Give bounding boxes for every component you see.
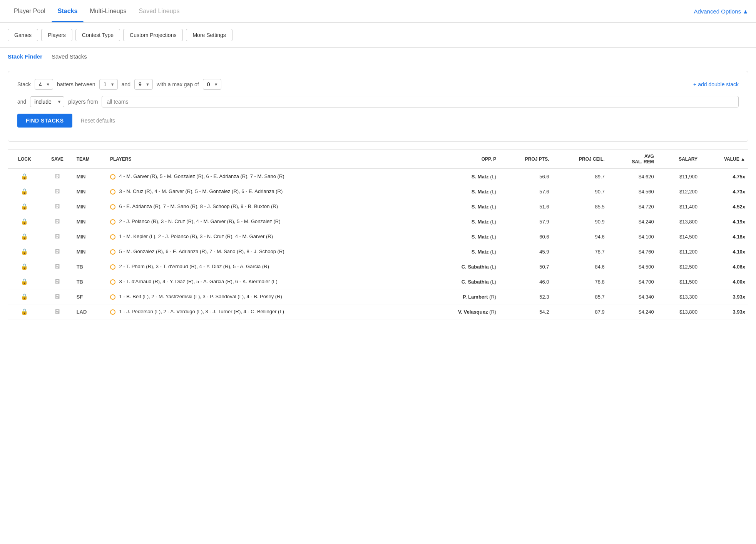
between-min-select[interactable]: 1 xyxy=(99,79,118,90)
tab-more-settings[interactable]: More Settings xyxy=(186,29,232,41)
salary-cell: $11,400 xyxy=(657,199,701,214)
proj-ceil-cell: 90.7 xyxy=(552,184,607,199)
salary-cell: $11,500 xyxy=(657,274,701,289)
opp-cell: P. Lambert (R) xyxy=(422,289,499,304)
value-cell: 4.00x xyxy=(701,274,748,289)
tab-bar: Games Players Contest Type Custom Projec… xyxy=(0,23,756,48)
save-icon: 🖫 xyxy=(55,309,60,315)
circle-indicator xyxy=(110,204,115,210)
between-max-select[interactable]: 9 xyxy=(134,79,153,90)
save-icon: 🖫 xyxy=(55,233,60,240)
tab-custom-projections[interactable]: Custom Projections xyxy=(123,29,183,41)
th-proj-ceil: PROJ CEIL. xyxy=(552,150,607,169)
opp-hand: (L) xyxy=(490,234,496,240)
and-label-1: and xyxy=(122,81,130,87)
lock-cell[interactable]: 🔒 xyxy=(8,274,41,289)
proj-pts-cell: 56.6 xyxy=(499,169,552,184)
opp-hand: (L) xyxy=(490,249,496,255)
advanced-options-btn[interactable]: Advanced Options ▲ xyxy=(694,8,748,15)
lock-cell[interactable]: 🔒 xyxy=(8,304,41,319)
avg-sal-rem-cell: $4,720 xyxy=(608,199,657,214)
find-stacks-btn[interactable]: FIND STACKS xyxy=(17,114,72,128)
opp-name: S. Matz xyxy=(472,204,489,210)
proj-ceil-cell: 89.7 xyxy=(552,169,607,184)
lock-cell[interactable]: 🔒 xyxy=(8,244,41,259)
th-value[interactable]: VALUE ▲ xyxy=(701,150,748,169)
proj-ceil-cell: 78.7 xyxy=(552,244,607,259)
save-cell[interactable]: 🖫 xyxy=(41,214,73,229)
opp-hand: (R) xyxy=(489,309,496,315)
tab-games[interactable]: Games xyxy=(8,29,38,41)
team-label: MIN xyxy=(77,204,86,210)
save-cell[interactable]: 🖫 xyxy=(41,184,73,199)
team-label: MIN xyxy=(77,189,86,195)
tab-players[interactable]: Players xyxy=(41,29,72,41)
table-wrap: LOCK SAVE TEAM PLAYERS OPP. P PROJ PTS. … xyxy=(8,149,748,319)
reset-defaults-btn[interactable]: Reset defaults xyxy=(81,118,115,124)
save-icon: 🖫 xyxy=(55,203,60,210)
opp-name: S. Matz xyxy=(472,234,489,240)
lock-cell[interactable]: 🔒 xyxy=(8,259,41,274)
table-row: 🔒 🖫 MIN 1 - M. Kepler (L), 2 - J. Polanc… xyxy=(8,229,748,244)
save-cell[interactable]: 🖫 xyxy=(41,169,73,184)
save-cell[interactable]: 🖫 xyxy=(41,259,73,274)
avg-sal-rem-cell: $4,560 xyxy=(608,184,657,199)
max-gap-select[interactable]: 0 xyxy=(203,79,221,90)
lock-cell[interactable]: 🔒 xyxy=(8,184,41,199)
lock-icon: 🔒 xyxy=(21,263,28,270)
lock-icon: 🔒 xyxy=(21,203,28,210)
lock-cell[interactable]: 🔒 xyxy=(8,199,41,214)
players-text: 5 - M. Gonzalez (R), 6 - E. Adrianza (R)… xyxy=(119,248,284,254)
value-cell: 4.75x xyxy=(701,169,748,184)
nav-stacks[interactable]: Stacks xyxy=(52,0,84,22)
save-cell[interactable]: 🖫 xyxy=(41,304,73,319)
players-text: 1 - B. Belt (L), 2 - M. Yastrzemski (L),… xyxy=(119,294,282,299)
between-min-wrap: 1 ▼ xyxy=(99,79,118,90)
nav-saved-lineups[interactable]: Saved Lineups xyxy=(133,0,186,22)
save-cell[interactable]: 🖫 xyxy=(41,289,73,304)
nav-player-pool[interactable]: Player Pool xyxy=(8,0,52,22)
lock-cell[interactable]: 🔒 xyxy=(8,214,41,229)
th-salary: SALARY xyxy=(657,150,701,169)
teams-input[interactable] xyxy=(102,96,739,107)
lock-cell[interactable]: 🔒 xyxy=(8,229,41,244)
opp-cell: C. Sabathia (L) xyxy=(422,274,499,289)
circle-indicator xyxy=(110,279,115,285)
add-double-stack-btn[interactable]: + add double stack xyxy=(693,81,739,87)
players-text: 1 - J. Pederson (L), 2 - A. Verdugo (L),… xyxy=(119,309,284,314)
value-cell: 4.18x xyxy=(701,229,748,244)
stack-value-select[interactable]: 4 xyxy=(35,79,53,90)
proj-pts-cell: 52.3 xyxy=(499,289,552,304)
salary-cell: $14,500 xyxy=(657,229,701,244)
th-proj-pts: PROJ PTS. xyxy=(499,150,552,169)
stack-row-3: FIND STACKS Reset defaults xyxy=(17,114,739,128)
tab-contest-type[interactable]: Contest Type xyxy=(75,29,120,41)
save-icon: 🖫 xyxy=(55,173,60,180)
save-cell[interactable]: 🖫 xyxy=(41,274,73,289)
include-select[interactable]: include exclude xyxy=(30,96,64,107)
team-cell: MIN xyxy=(74,199,107,214)
players-cell: 1 - J. Pederson (L), 2 - A. Verdugo (L),… xyxy=(107,304,422,319)
tab-saved-stacks[interactable]: Saved Stacks xyxy=(52,53,87,63)
proj-pts-cell: 45.9 xyxy=(499,244,552,259)
lock-cell[interactable]: 🔒 xyxy=(8,169,41,184)
players-cell: 3 - T. d'Arnaud (R), 4 - Y. Diaz (R), 5 … xyxy=(107,274,422,289)
save-cell[interactable]: 🖫 xyxy=(41,199,73,214)
value-cell: 3.93x xyxy=(701,289,748,304)
batters-between-label: batters between xyxy=(57,81,95,87)
proj-pts-cell: 57.9 xyxy=(499,214,552,229)
tab-stack-finder[interactable]: Stack Finder xyxy=(8,53,42,63)
lock-cell[interactable]: 🔒 xyxy=(8,289,41,304)
proj-ceil-cell: 87.9 xyxy=(552,304,607,319)
circle-indicator xyxy=(110,264,115,270)
team-cell: MIN xyxy=(74,244,107,259)
circle-indicator xyxy=(110,174,115,180)
lock-icon: 🔒 xyxy=(21,188,28,195)
table-row: 🔒 🖫 MIN 3 - N. Cruz (R), 4 - M. Garver (… xyxy=(8,184,748,199)
proj-ceil-cell: 85.5 xyxy=(552,199,607,214)
include-wrap: include exclude ▼ xyxy=(30,96,64,107)
salary-cell: $13,800 xyxy=(657,214,701,229)
nav-multi-lineups[interactable]: Multi-Lineups xyxy=(84,0,132,22)
save-cell[interactable]: 🖫 xyxy=(41,244,73,259)
save-cell[interactable]: 🖫 xyxy=(41,229,73,244)
